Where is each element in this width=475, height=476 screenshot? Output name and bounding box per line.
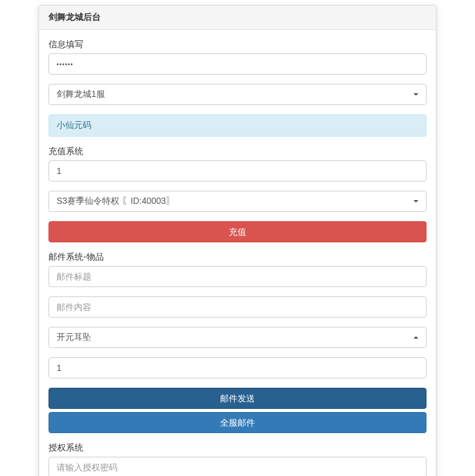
- recharge-amount-input[interactable]: [48, 160, 427, 181]
- recharge-item-select[interactable]: S3赛季仙令特权 〖ID:40003〗: [48, 191, 427, 212]
- info-section-label: 信息填写: [48, 39, 427, 50]
- caret-up-icon: [413, 336, 418, 339]
- mail-item-selected-label: 开元耳坠: [57, 332, 91, 343]
- server-select[interactable]: 剑舞龙城1服: [48, 84, 427, 105]
- main-panel: 剑舞龙城后台 信息填写 剑舞龙城1服 小仙元码 充值系统 S3赛季仙令特权 〖I…: [39, 5, 436, 476]
- panel-title: 剑舞龙城后台: [48, 12, 101, 22]
- auth-password-input[interactable]: [48, 457, 427, 476]
- mail-broadcast-button[interactable]: 全服邮件: [48, 412, 427, 433]
- player-name-display: 小仙元码: [48, 114, 427, 137]
- recharge-item-selected-label: S3赛季仙令特权 〖ID:40003〗: [57, 196, 175, 207]
- mail-quantity-input[interactable]: [48, 357, 427, 378]
- auth-section-label: 授权系统: [48, 442, 427, 454]
- mail-item-select[interactable]: 开元耳坠: [48, 327, 427, 348]
- server-selected-label: 剑舞龙城1服: [57, 89, 105, 100]
- mail-title-input[interactable]: [48, 266, 427, 287]
- recharge-section-label: 充值系统: [48, 146, 427, 157]
- mail-content-input[interactable]: [48, 296, 427, 318]
- recharge-submit-button[interactable]: 充值: [48, 221, 427, 242]
- mail-section-label: 邮件系统-物品: [48, 252, 427, 263]
- mail-send-button[interactable]: 邮件发送: [48, 388, 427, 409]
- caret-down-icon: [413, 200, 418, 203]
- panel-header: 剑舞龙城后台: [39, 6, 436, 30]
- panel-body: 信息填写 剑舞龙城1服 小仙元码 充值系统 S3赛季仙令特权 〖ID:40003…: [39, 30, 436, 476]
- caret-down-icon: [413, 93, 418, 96]
- password-input[interactable]: [48, 53, 427, 75]
